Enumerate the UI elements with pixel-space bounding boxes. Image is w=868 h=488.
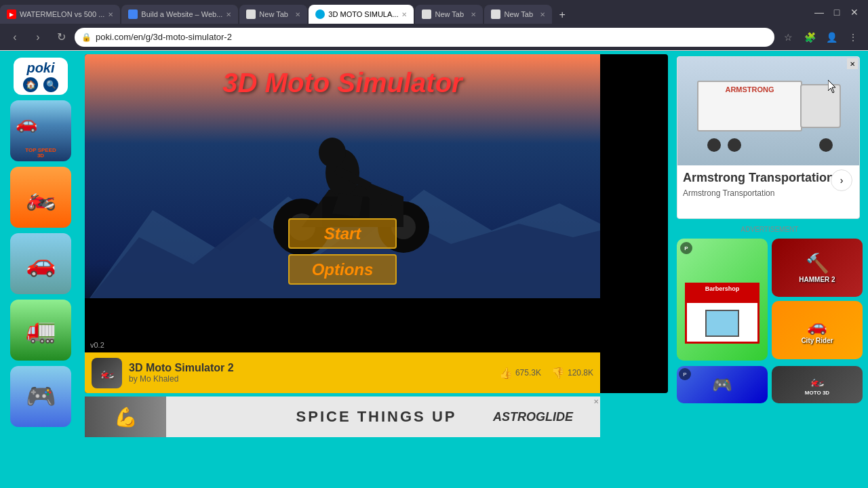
tab-6-favicon (491, 9, 500, 19)
tab-5-close[interactable]: ✕ (471, 11, 476, 18)
tab-2-favicon (128, 9, 138, 19)
extensions-button[interactable]: 🧩 (800, 28, 819, 47)
home-icon[interactable]: 🏠 (23, 77, 38, 92)
bottom-ad-img-icon: 💪 (114, 406, 138, 428)
bottom-ad-image: 💪 (85, 396, 166, 437)
car-icon: 🚗 (16, 113, 37, 134)
right-games-grid: Barbershop P 🔨 HAMMER 2 (677, 239, 863, 361)
new-tab-button[interactable]: + (553, 6, 570, 24)
search-icon[interactable]: 🔍 (43, 77, 58, 92)
tab-1-label: WATERMELON vs 500 ... (20, 10, 104, 18)
game-area: 3D Moto Simulator (81, 51, 671, 488)
dislikes-item: 👎 120.8K (551, 367, 593, 380)
sidebar-game-moto[interactable]: 🏍️ (10, 167, 71, 228)
game-canvas[interactable]: 3D Moto Simulator (85, 54, 600, 352)
sidebar-game-crash[interactable]: 🚗 (10, 233, 71, 294)
poki-icon-b1: P (683, 371, 686, 378)
tab-2-close[interactable]: ✕ (226, 11, 231, 18)
menu-button[interactable]: ⋮ (844, 28, 863, 47)
hammer-label: HAMMER 2 (799, 276, 835, 283)
poki-logo[interactable]: poki 🏠 🔍 (14, 58, 68, 95)
tab-1-close[interactable]: ✕ (108, 11, 113, 18)
lock-icon: 🔒 (81, 33, 92, 42)
tab-5[interactable]: New Tab ✕ (415, 5, 483, 24)
tab-3-favicon (246, 9, 256, 19)
thumbs-down-icon[interactable]: 👎 (551, 367, 565, 380)
tow-thumb-bg: 🚛 (10, 300, 71, 361)
char-icon: 🎮 (26, 382, 56, 411)
bottom-ad-close[interactable]: ✕ (593, 398, 599, 405)
thumbs-up-icon[interactable]: 👍 (499, 367, 513, 380)
main-area: poki 🏠 🔍 🚗 TOP SPEED3D 🏍️ 🚗 (0, 51, 868, 488)
advertisement-container: i ✕ ARMSTRONG Armstrong Tra (677, 56, 860, 219)
right-sidebar: i ✕ ARMSTRONG Armstrong Tra (671, 51, 868, 488)
crash-icon: 🚗 (26, 249, 56, 278)
chrome-titlebar: ▶ WATERMELON vs 500 ... ✕ Build a Websit… (0, 0, 868, 24)
truck-cab (800, 84, 841, 128)
city-rider-icon: 🚗 (807, 317, 827, 336)
likes-item: 👍 675.3K (499, 367, 541, 380)
forward-button[interactable]: › (28, 28, 47, 47)
tab-3-close[interactable]: ✕ (295, 11, 300, 18)
game-grid-moto3d[interactable]: 🏍️ MOTO 3D (772, 366, 863, 403)
game-menu: Start Options (288, 218, 397, 285)
ad-company-name: Armstrong Transportation (683, 171, 854, 186)
minimize-button[interactable]: — (811, 4, 827, 20)
building-body: Barbershop (685, 283, 760, 344)
wheel-3 (819, 138, 833, 152)
ad-label: ADVERTISEMENT (677, 226, 863, 233)
sidebar-game-char[interactable]: 🎮 (10, 366, 71, 427)
game-grid-barbershop[interactable]: Barbershop P (677, 239, 768, 361)
moto3d-icon: 🏍️ (810, 373, 825, 388)
bookmark-button[interactable]: ☆ (778, 28, 797, 47)
moto-icon: 🏍️ (26, 183, 56, 211)
start-button[interactable]: Start (288, 218, 397, 249)
poki-badge-barbershop: P (680, 242, 692, 254)
trailer-body: ARMSTRONG (697, 81, 802, 131)
tab-bar: ▶ WATERMELON vs 500 ... ✕ Build a Websit… (0, 0, 806, 24)
right-column-games: 🔨 HAMMER 2 🚗 City Rider (772, 239, 863, 361)
sidebar-game-tow[interactable]: 🚛 (10, 300, 71, 361)
ground (85, 298, 600, 352)
address-bar[interactable]: 🔒 poki.com/en/g/3d-moto-simulator-2 (75, 28, 774, 47)
top-speed-thumb-bg: 🚗 TOP SPEED3D (10, 100, 71, 161)
ad-image: ARMSTRONG (677, 57, 859, 165)
poki-icon-barbershop: P (684, 245, 688, 251)
game-grid-bottom-1[interactable]: P 🎮 (677, 366, 768, 403)
city-rider-thumb: 🚗 City Rider (772, 301, 863, 359)
maximize-button[interactable]: □ (829, 4, 845, 20)
options-button[interactable]: Options (288, 254, 397, 285)
logo-icons: 🏠 🔍 (23, 77, 58, 92)
url-text: poki.com/en/g/3d-moto-simulator-2 (96, 32, 232, 42)
bottom-ad-strip: 💪 SPICE THINGS UP ASTROGLIDE ✕ (85, 396, 600, 437)
ad-arrow-button[interactable]: › (831, 169, 852, 191)
svg-point-10 (319, 138, 346, 167)
game-grid-city-rider[interactable]: 🚗 City Rider (772, 301, 863, 359)
tab-5-favicon (422, 9, 431, 19)
close-button[interactable]: ✕ (846, 4, 863, 20)
city-rider-label: City Rider (801, 337, 833, 344)
likes-count: 675.3K (515, 368, 541, 378)
tab-1[interactable]: ▶ WATERMELON vs 500 ... ✕ (0, 5, 120, 24)
game-container: 3D Moto Simulator (85, 54, 668, 393)
tab-6-close[interactable]: ✕ (540, 11, 545, 18)
sidebar-game-top-speed[interactable]: 🚗 TOP SPEED3D (10, 100, 71, 161)
tab-6[interactable]: New Tab ✕ (484, 5, 552, 24)
tab-3[interactable]: New Tab ✕ (239, 5, 307, 24)
moto-thumb-bg: 🏍️ (10, 167, 71, 228)
game-grid-hammer[interactable]: 🔨 HAMMER 2 (772, 239, 863, 297)
tab-4-active[interactable]: 3D MOTO SIMULA... ✕ (309, 5, 414, 24)
tab-3-label: New Tab (259, 10, 288, 18)
game-title-overlay: 3D Moto Simulator (85, 68, 600, 98)
reload-button[interactable]: ↻ (52, 28, 71, 47)
tab-4-close[interactable]: ✕ (401, 11, 407, 18)
nav-actions: ☆ 🧩 👤 ⋮ (778, 28, 863, 47)
tab-2-label: Build a Website – Web... (141, 10, 222, 18)
tab-2[interactable]: Build a Website – Web... ✕ (121, 5, 238, 24)
game-votes: 👍 675.3K 👎 120.8K (499, 367, 593, 380)
poki-badge-bottom-1: P (679, 368, 691, 380)
back-button[interactable]: ‹ (5, 28, 24, 47)
profile-button[interactable]: 👤 (822, 28, 841, 47)
moto3d-label: MOTO 3D (805, 390, 829, 396)
ad-close-button[interactable]: ✕ (847, 58, 858, 69)
